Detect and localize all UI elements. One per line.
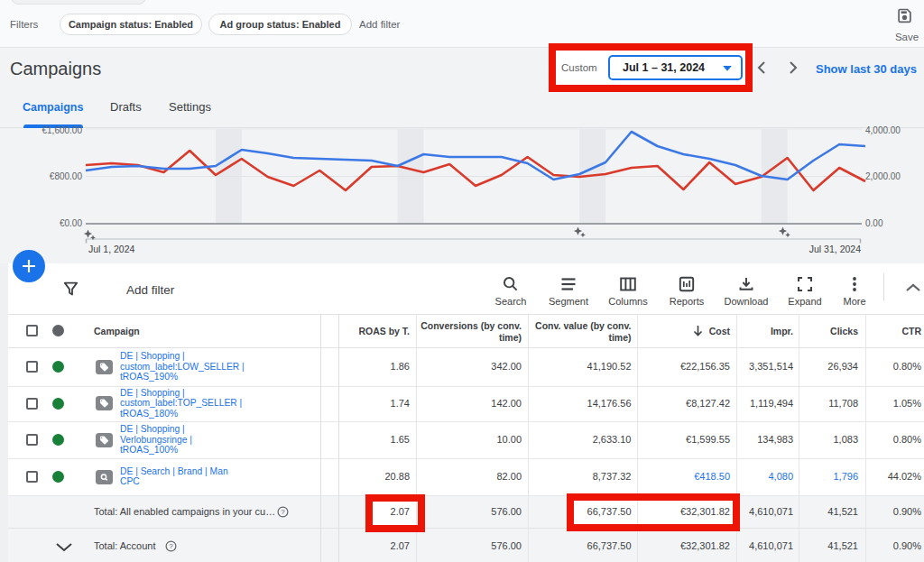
svg-text:?: ? <box>169 542 173 550</box>
svg-text:?: ? <box>281 508 285 516</box>
